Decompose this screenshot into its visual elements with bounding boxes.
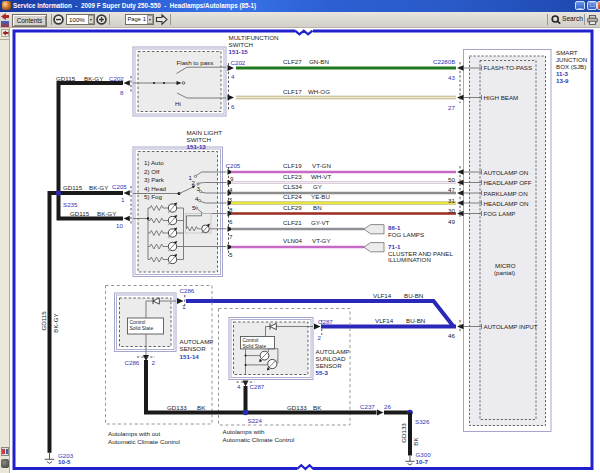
svg-text:8: 8 bbox=[229, 206, 233, 213]
svg-text:SWITCH: SWITCH bbox=[229, 41, 253, 48]
svg-text:BK-GY: BK-GY bbox=[89, 184, 108, 191]
svg-text:GD133: GD133 bbox=[287, 404, 307, 411]
svg-text:CLF19: CLF19 bbox=[283, 162, 302, 169]
svg-text:ILLUMINATION: ILLUMINATION bbox=[388, 256, 431, 263]
svg-text:Automatic Climate Control: Automatic Climate Control bbox=[223, 436, 295, 443]
svg-text:S224: S224 bbox=[248, 417, 263, 424]
svg-text:5: 5 bbox=[229, 251, 233, 258]
svg-text:26: 26 bbox=[384, 403, 391, 410]
svg-text:SMART: SMART bbox=[556, 49, 578, 56]
svg-text:C237: C237 bbox=[360, 403, 375, 410]
svg-text:BOX (SJB): BOX (SJB) bbox=[556, 63, 586, 70]
svg-text:S326: S326 bbox=[415, 418, 430, 425]
svg-text:GN-BN: GN-BN bbox=[309, 58, 329, 65]
svg-text:C205: C205 bbox=[112, 183, 127, 190]
svg-text:C2280B: C2280B bbox=[433, 58, 455, 65]
svg-text:Automatic Climate Control: Automatic Climate Control bbox=[108, 438, 180, 445]
svg-text:10-5: 10-5 bbox=[58, 458, 71, 465]
svg-text:GD133: GD133 bbox=[167, 404, 187, 411]
svg-text:C202: C202 bbox=[109, 75, 124, 82]
svg-text:13-9: 13-9 bbox=[556, 77, 569, 84]
svg-text:1) Auto: 1) Auto bbox=[144, 159, 164, 166]
svg-text:CLF27: CLF27 bbox=[283, 58, 302, 65]
svg-text:C202: C202 bbox=[231, 59, 246, 66]
svg-text:Solid State: Solid State bbox=[243, 344, 267, 349]
svg-text:43: 43 bbox=[448, 74, 455, 81]
svg-text:GD115: GD115 bbox=[63, 184, 83, 191]
svg-text:47: 47 bbox=[448, 186, 455, 193]
svg-text:Autolamps with: Autolamps with bbox=[223, 428, 266, 435]
svg-text:HEADLAMP OFF: HEADLAMP OFF bbox=[484, 179, 532, 186]
svg-text:SUNLOAD: SUNLOAD bbox=[316, 355, 346, 362]
svg-text:4: 4 bbox=[237, 383, 241, 390]
svg-text:Flash to pass: Flash to pass bbox=[177, 59, 214, 66]
svg-text:MAIN LIGHT: MAIN LIGHT bbox=[187, 129, 223, 136]
svg-text:BU-BN: BU-BN bbox=[406, 317, 425, 324]
svg-text:VT-GN: VT-GN bbox=[312, 162, 331, 169]
svg-text:151-13: 151-13 bbox=[187, 143, 207, 150]
svg-text:BK: BK bbox=[412, 437, 419, 446]
svg-text:GD133: GD133 bbox=[400, 423, 407, 443]
svg-text:BU-BN: BU-BN bbox=[404, 292, 423, 299]
svg-text:Hi: Hi bbox=[175, 100, 181, 107]
svg-text:3: 3 bbox=[197, 185, 201, 192]
svg-text:2: 2 bbox=[318, 334, 322, 341]
svg-text:VLN04: VLN04 bbox=[283, 237, 302, 244]
svg-text:27: 27 bbox=[448, 104, 455, 111]
svg-text:C205: C205 bbox=[226, 162, 241, 169]
svg-text:AUTOLAMP: AUTOLAMP bbox=[180, 338, 214, 345]
svg-text:11-3: 11-3 bbox=[556, 70, 569, 77]
svg-text:3) Park: 3) Park bbox=[144, 176, 165, 183]
svg-text:4: 4 bbox=[229, 186, 233, 193]
svg-text:BK: BK bbox=[313, 404, 322, 411]
svg-text:BN: BN bbox=[313, 204, 322, 211]
svg-text:CLF21: CLF21 bbox=[283, 219, 302, 226]
svg-text:1: 1 bbox=[121, 196, 125, 203]
svg-text:6: 6 bbox=[231, 103, 235, 110]
svg-text:55-3: 55-3 bbox=[316, 369, 329, 376]
svg-text:MULTIFUNCTION: MULTIFUNCTION bbox=[229, 34, 279, 41]
svg-text:8: 8 bbox=[120, 89, 124, 96]
svg-text:CLS34: CLS34 bbox=[283, 183, 302, 190]
svg-text:2: 2 bbox=[152, 359, 156, 366]
svg-text:G300: G300 bbox=[416, 451, 432, 458]
svg-text:CLF29: CLF29 bbox=[283, 204, 302, 211]
svg-text:GY-VT: GY-VT bbox=[311, 219, 330, 226]
svg-text:5) Fog: 5) Fog bbox=[144, 193, 162, 200]
svg-text:VLF14: VLF14 bbox=[373, 292, 392, 299]
svg-text:GD115: GD115 bbox=[40, 311, 47, 331]
svg-text:1: 1 bbox=[182, 303, 186, 310]
svg-text:HEADLAMP ON: HEADLAMP ON bbox=[484, 200, 529, 207]
svg-text:FOG LAMPS: FOG LAMPS bbox=[388, 231, 424, 238]
svg-text:GD115: GD115 bbox=[56, 75, 76, 82]
svg-text:PARKLAMP ON: PARKLAMP ON bbox=[484, 190, 528, 197]
svg-text:C287: C287 bbox=[318, 318, 333, 325]
svg-text:JUNCTION: JUNCTION bbox=[556, 56, 587, 63]
svg-text:S235: S235 bbox=[63, 201, 78, 208]
svg-text:C286: C286 bbox=[125, 359, 140, 366]
svg-text:31: 31 bbox=[448, 197, 455, 204]
svg-text:86-1: 86-1 bbox=[388, 224, 401, 231]
svg-text:AUTOLAMP ON: AUTOLAMP ON bbox=[484, 169, 529, 176]
svg-text:Control: Control bbox=[243, 338, 259, 343]
svg-text:10: 10 bbox=[116, 222, 123, 229]
svg-text:C287: C287 bbox=[250, 383, 265, 390]
svg-text:50: 50 bbox=[448, 176, 455, 183]
svg-text:46: 46 bbox=[448, 332, 455, 339]
svg-text:AUTOLAMP INPUT: AUTOLAMP INPUT bbox=[484, 323, 538, 330]
svg-text:Solid State: Solid State bbox=[130, 326, 154, 331]
svg-text:6: 6 bbox=[229, 218, 233, 225]
svg-text:151-14: 151-14 bbox=[180, 353, 200, 360]
svg-text:VLF14: VLF14 bbox=[375, 317, 394, 324]
svg-text:4: 4 bbox=[195, 195, 199, 202]
svg-text:Control: Control bbox=[130, 320, 146, 325]
svg-text:CLF17: CLF17 bbox=[283, 88, 302, 95]
svg-text:5: 5 bbox=[192, 204, 196, 211]
svg-text:FLASH-TO-PASS: FLASH-TO-PASS bbox=[484, 64, 533, 71]
svg-text:4) Head: 4) Head bbox=[144, 185, 167, 192]
svg-text:CLF23: CLF23 bbox=[283, 173, 302, 180]
svg-text:GY: GY bbox=[313, 183, 322, 190]
svg-text:49: 49 bbox=[448, 218, 455, 225]
svg-text:BK: BK bbox=[197, 404, 206, 411]
svg-text:GD115: GD115 bbox=[70, 210, 90, 217]
